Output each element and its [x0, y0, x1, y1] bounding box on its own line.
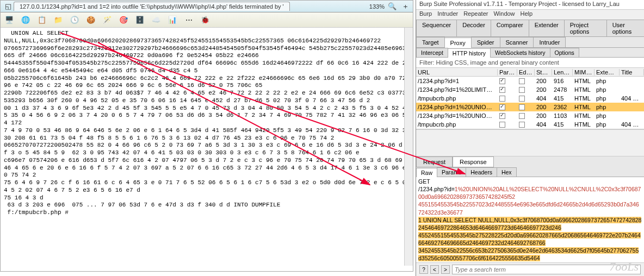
table-row[interactable]: /tmpubcrb.php404415HTMLphp404 Not Found [416, 120, 644, 129]
tab-request[interactable]: Request [416, 156, 453, 167]
cookie-icon[interactable]: 🍪 [85, 15, 96, 26]
table-row[interactable]: /tmpubcrb.php404415HTMLphp404 Not Found [416, 94, 644, 103]
col-url[interactable]: URL [416, 69, 498, 76]
burp-menubar: Burp Intruder Repeater Window Help [416, 10, 644, 20]
burp-window: Burp Suite Professional v1.7.11 - Tempor… [416, 0, 644, 276]
browser-window: ◱ 127.0.0.1/1234.php?id=1 and 1=2 into o… [0, 0, 413, 272]
col-params[interactable]: Params [498, 69, 517, 76]
globe-icon[interactable]: 🌐 [20, 15, 31, 26]
tab-headers[interactable]: Headers [466, 167, 497, 177]
tab-user-options[interactable]: User options [606, 20, 644, 36]
burp-tabs-row3: Intercept HTTP history WebSockets histor… [416, 48, 644, 58]
tab-hex[interactable]: Hex [497, 167, 517, 177]
clipboard-icon[interactable]: 📋 [36, 15, 47, 26]
tab-http-history[interactable]: HTTP history [448, 48, 491, 58]
burp-tabs-row1: Sequencer Decoder Comparer Extender Proj… [416, 20, 644, 37]
history-header: URL Params Edited Status Length MIME t..… [416, 68, 644, 77]
tab-intercept[interactable]: Intercept [416, 48, 448, 57]
menu-intruder[interactable]: Intruder [437, 10, 458, 19]
table-row[interactable]: /1234.php?id=1%20UNION%20...2002362HTMLp… [416, 103, 644, 111]
new-tab-icon[interactable]: ＋ [400, 1, 411, 12]
db-icon[interactable]: 🗄️ [134, 15, 145, 26]
restore-icon[interactable]: ◱ [3, 1, 14, 12]
tab-comparer[interactable]: Comparer [491, 20, 529, 36]
raw-tabs: Raw Params Headers Hex [416, 167, 644, 177]
tab-decoder[interactable]: Decoder [456, 20, 491, 36]
bug-icon[interactable]: 🐞 [200, 15, 210, 26]
filter-bar[interactable]: Filter: Hiding CSS, image and general bi… [416, 58, 644, 68]
burp-tabs-row2: Target Proxy Spider Scanner Intruder [416, 37, 644, 48]
tab-proxy[interactable]: Proxy [444, 37, 472, 48]
col-status[interactable]: Status [535, 69, 552, 76]
watermark: 7ooLs [609, 260, 639, 274]
col-length[interactable]: Length [552, 69, 573, 76]
reqresp-tabs: Request Response [416, 156, 644, 167]
col-title[interactable]: Title [620, 69, 644, 76]
wand-icon[interactable]: 🪄 [102, 15, 113, 26]
search-prev-icon[interactable]: < [430, 265, 439, 274]
browser-toolbar: 🖥️ 🌐 📋 📁 🕓 🍪 🪄 🎯 🗄️ ☁️ 📊 ⋯ 🐞 [1, 12, 413, 28]
raw-viewer[interactable]: GET /1234.php?id=1%20UNION%20ALL%20SELEC… [416, 177, 644, 262]
search-opts-icon[interactable]: ? [419, 265, 428, 274]
tab-websockets-history[interactable]: WebSockets history [490, 48, 550, 57]
tab-target[interactable]: Target [416, 37, 445, 47]
cloud-icon[interactable]: ☁️ [151, 15, 162, 26]
col-edited[interactable]: Edited [517, 69, 535, 76]
burp-titlebar: Burp Suite Professional v1.7.11 - Tempor… [416, 0, 644, 10]
tab-scanner[interactable]: Scanner [500, 37, 534, 47]
zoom-controls: 133% 🔍 ＋ [369, 1, 411, 12]
tab-intruder[interactable]: Intruder [533, 37, 566, 47]
tab-sequencer[interactable]: Sequencer [416, 20, 457, 36]
browser-content: UNION ALL SELECT NULL,NULL,0x3c3f7068700… [1, 28, 413, 256]
browser-scrollbar[interactable] [404, 28, 413, 266]
col-mime[interactable]: MIME t... [573, 69, 595, 76]
zoom-value: 133% [369, 3, 385, 10]
zoom-icon[interactable]: 🔍 [387, 1, 398, 12]
pc-icon[interactable]: 🖥️ [4, 15, 15, 26]
tab-extender[interactable]: Extender [529, 20, 565, 36]
tab-response[interactable]: Response [453, 156, 494, 167]
search-next-icon[interactable]: > [441, 265, 450, 274]
col-ext[interactable]: Extension [595, 69, 620, 76]
splitter-gap[interactable] [416, 129, 644, 156]
history-table: URL Params Edited Status Length MIME t..… [416, 68, 644, 129]
clock-icon[interactable]: 🕓 [69, 15, 80, 26]
browser-tab[interactable]: 127.0.0.1/1234.php?id=1 and 1=2 into out… [14, 2, 290, 11]
tab-params[interactable]: Params [437, 167, 466, 177]
browser-tabstrip: ◱ 127.0.0.1/1234.php?id=1 and 1=2 into o… [1, 1, 413, 12]
menu-help[interactable]: Help [521, 10, 533, 19]
tab-options[interactable]: Options [550, 48, 579, 57]
target-icon[interactable]: 🎯 [118, 15, 129, 26]
table-row[interactable]: /1234.php?id=1200916HTMLphp [416, 77, 644, 85]
tab-project-options[interactable]: Project options [564, 20, 607, 36]
table-row[interactable]: /1234.php?id=1%20UNION%20...2001103HTMLp… [416, 111, 644, 120]
chart-icon[interactable]: 📊 [167, 15, 178, 26]
dots-icon[interactable]: ⋯ [183, 15, 194, 26]
raw-text: GET /1234.php?id=1%20UNION%20ALL%20SELEC… [418, 178, 642, 262]
table-row[interactable]: /1234.php?id=1%20LIMIT%200...2002478HTML… [416, 85, 644, 94]
menu-repeater[interactable]: Repeater [463, 10, 488, 19]
menu-window[interactable]: Window [493, 10, 515, 19]
tab-raw[interactable]: Raw [416, 168, 437, 177]
folder-icon[interactable]: 📁 [53, 15, 64, 26]
tab-spider[interactable]: Spider [471, 37, 500, 47]
menu-burp[interactable]: Burp [419, 10, 432, 19]
